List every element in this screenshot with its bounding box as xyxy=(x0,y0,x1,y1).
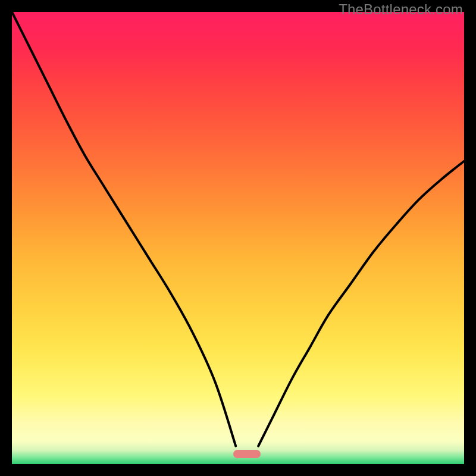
bottleneck-curve xyxy=(12,12,464,464)
plot-area xyxy=(12,12,464,464)
optimal-marker xyxy=(233,450,261,458)
watermark: TheBottleneck.com xyxy=(339,1,463,18)
